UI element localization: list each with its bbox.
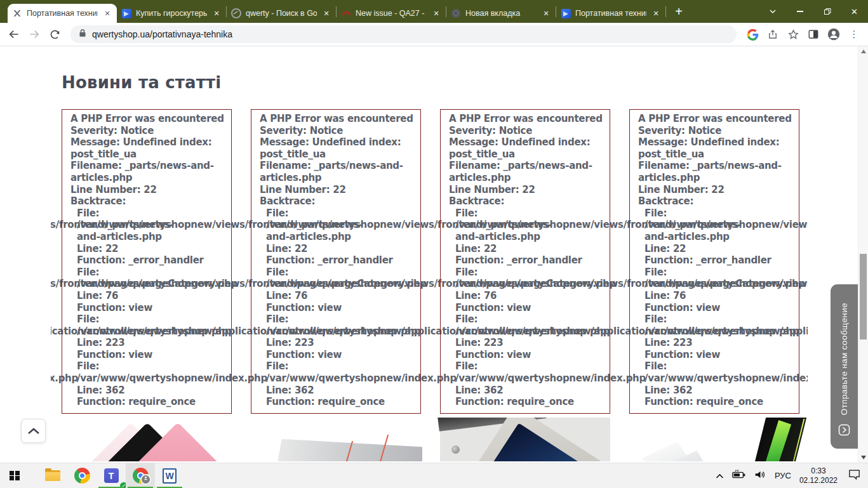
minimize-button[interactable] bbox=[786, 0, 813, 23]
tab-kupit-giroskutery[interactable]: Купить гироскутеры в ✕ bbox=[117, 4, 226, 23]
error-line: File: /var/www/qwertyshopnew/views/front… bbox=[266, 208, 417, 243]
tab-close-icon[interactable]: ✕ bbox=[541, 8, 551, 18]
error-line: Line: 362 bbox=[455, 385, 606, 397]
error-line: Line: 76 bbox=[644, 290, 795, 302]
tab-title: New issue - QA27 - Re bbox=[356, 9, 427, 18]
page-scrollbar[interactable] bbox=[858, 46, 868, 463]
page-title: Новини та статті bbox=[0, 46, 868, 92]
error-line: Filename: _parts/news-and-articles.php bbox=[638, 160, 795, 183]
scroll-to-top-button[interactable] bbox=[21, 419, 46, 443]
error-line: Function: view bbox=[77, 302, 227, 314]
url-text[interactable]: qwertyshop.ua/portativnaya-tehnika bbox=[92, 29, 232, 39]
error-line: Line: 223 bbox=[266, 337, 417, 349]
tray-chevron-icon[interactable] bbox=[716, 470, 724, 482]
tab-close-icon[interactable]: ✕ bbox=[431, 8, 441, 18]
error-line: Function: view bbox=[644, 302, 795, 314]
clock[interactable]: 0:33 02.12.2022 bbox=[799, 466, 838, 485]
tab-search-chevron-icon[interactable] bbox=[759, 0, 786, 23]
new-tab-button[interactable]: + bbox=[670, 3, 688, 20]
error-line: Filename: _parts/news-and-articles.php bbox=[449, 160, 606, 183]
chat-widget-tab[interactable]: Отправьте нам сообщение bbox=[831, 284, 858, 449]
teams-icon: T bbox=[104, 468, 119, 483]
error-line: Line: 362 bbox=[644, 385, 795, 397]
error-line: File: /var/www/qwertyshopnew/views/front… bbox=[455, 208, 606, 243]
error-line: Message: Undefined index: post_title_ua bbox=[449, 136, 606, 160]
restore-button[interactable] bbox=[813, 0, 841, 23]
share-icon[interactable] bbox=[765, 26, 781, 43]
product-image-pink-laptops[interactable] bbox=[62, 418, 232, 461]
back-button[interactable] bbox=[6, 26, 22, 43]
error-line: Severity: Notice bbox=[638, 125, 795, 137]
tab-portativnaya-tehnika-2[interactable]: Портативная техника ✕ bbox=[556, 4, 665, 23]
profile-badge-icon bbox=[140, 474, 151, 485]
error-line: Severity: Notice bbox=[260, 125, 417, 137]
tab-title: Портативная техника bbox=[27, 9, 98, 18]
error-line: Function: require_once bbox=[266, 396, 417, 408]
volume-icon[interactable] bbox=[754, 470, 766, 482]
scrollbar-thumb[interactable] bbox=[860, 254, 867, 340]
error-line: Line: 223 bbox=[644, 337, 795, 349]
error-line: Function: view bbox=[644, 349, 795, 361]
error-line: Message: Undefined index: post_title_ua bbox=[638, 136, 795, 160]
forward-button[interactable] bbox=[26, 26, 43, 43]
error-line: Function: view bbox=[455, 349, 606, 361]
error-line: Line: 22 bbox=[77, 243, 227, 255]
word-button[interactable]: W bbox=[155, 463, 184, 488]
products-slider bbox=[51, 418, 808, 461]
battery-icon[interactable] bbox=[732, 470, 746, 482]
error-line: Message: Undefined index: post_title_ua bbox=[70, 136, 227, 160]
error-line: A PHP Error was encountered bbox=[638, 113, 795, 125]
clock-time: 0:33 bbox=[799, 466, 838, 476]
tab-portativnaya-tehnika-active[interactable]: Портативная техника ✕ bbox=[8, 4, 117, 23]
error-line: File: /var/www/qwertyshopnew/application… bbox=[266, 313, 417, 337]
error-line: File: /var/www/qwertyshopnew/views/front… bbox=[455, 267, 606, 290]
profile-avatar[interactable] bbox=[825, 26, 842, 43]
window-controls: ✕ bbox=[759, 0, 868, 23]
error-line: Line: 76 bbox=[266, 290, 417, 302]
chrome-running-button[interactable] bbox=[126, 463, 155, 488]
close-window-button[interactable]: ✕ bbox=[841, 0, 868, 23]
scrollbar-down-arrow-icon[interactable] bbox=[861, 456, 866, 459]
error-line: A PHP Error was encountered bbox=[260, 113, 417, 125]
error-line: Function: require_once bbox=[77, 396, 227, 408]
tab-qwerty-search[interactable]: qwerty - Поиск в Goo ✕ bbox=[227, 4, 336, 23]
error-line: Line: 22 bbox=[644, 243, 795, 255]
tab-separator bbox=[665, 6, 666, 17]
error-line: Line Number: 22 bbox=[449, 184, 606, 196]
action-center-icon[interactable] bbox=[848, 469, 860, 482]
error-line: File: /var/www/qwertyshopnew/views/front… bbox=[266, 267, 417, 290]
tab-novaya-vkladka[interactable]: Новая вкладка ✕ bbox=[446, 4, 556, 23]
error-line: Function: require_once bbox=[644, 396, 795, 408]
address-bar[interactable]: qwertyshop.ua/portativnaya-tehnika bbox=[70, 25, 737, 43]
error-line: Line Number: 22 bbox=[70, 184, 227, 196]
start-button[interactable] bbox=[0, 463, 29, 488]
reload-button[interactable] bbox=[46, 26, 63, 43]
bookmark-star-icon[interactable] bbox=[785, 26, 801, 43]
redmine-arc-icon bbox=[341, 8, 351, 18]
teams-button[interactable]: T ✓ bbox=[97, 463, 126, 488]
error-line: Line: 362 bbox=[266, 385, 417, 397]
scrollbar-up-arrow-icon[interactable] bbox=[861, 49, 866, 53]
error-line: File: /var/www/qwertyshopnew/application… bbox=[644, 313, 795, 337]
tab-close-icon[interactable]: ✕ bbox=[102, 8, 112, 18]
google-g-icon[interactable] bbox=[744, 26, 761, 43]
error-line: Line: 22 bbox=[266, 243, 417, 255]
products-track bbox=[51, 418, 808, 461]
error-line: File: /var/www/qwertyshopnew/index.php bbox=[644, 360, 795, 384]
chrome-pinned-button[interactable] bbox=[67, 463, 97, 488]
error-line: Function: require_once bbox=[455, 396, 606, 408]
file-explorer-button[interactable] bbox=[38, 463, 67, 488]
tab-close-icon[interactable]: ✕ bbox=[321, 8, 331, 18]
menu-dots-icon[interactable]: ⋮ bbox=[846, 26, 862, 43]
product-image-ssd-drive[interactable] bbox=[440, 418, 610, 461]
side-panel-icon[interactable] bbox=[805, 26, 822, 43]
tab-new-issue-qa27[interactable]: New issue - QA27 - Re ✕ bbox=[337, 4, 446, 23]
tab-close-icon[interactable]: ✕ bbox=[651, 8, 661, 18]
product-image-silver-laptop[interactable] bbox=[251, 418, 421, 461]
tab-close-icon[interactable]: ✕ bbox=[211, 8, 222, 18]
news-slider-viewport: A PHP Error was encounteredSeverity: Not… bbox=[51, 109, 808, 414]
error-line: Line: 362 bbox=[77, 385, 227, 397]
language-indicator[interactable]: РУС bbox=[775, 471, 791, 480]
product-image-concept-laptop[interactable] bbox=[629, 418, 799, 461]
chat-widget-label: Отправьте нам сообщение bbox=[839, 303, 849, 415]
